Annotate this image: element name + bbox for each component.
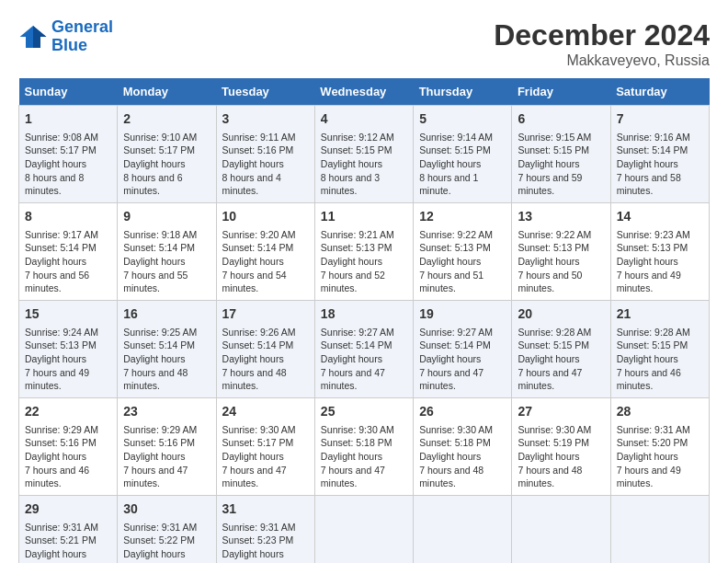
calendar-cell: 10Sunrise: 9:20 AMSunset: 5:14 PMDayligh…: [216, 203, 314, 301]
day-info: Sunrise: 9:14 AMSunset: 5:15 PMDaylight …: [419, 131, 506, 198]
day-number: 25: [321, 403, 407, 421]
day-info: Sunrise: 9:31 AMSunset: 5:21 PMDaylight …: [25, 521, 111, 563]
day-info: Sunrise: 9:22 AMSunset: 5:13 PMDaylight …: [518, 228, 604, 295]
day-info: Sunrise: 9:18 AMSunset: 5:14 PMDaylight …: [123, 228, 210, 295]
calendar-cell: 25Sunrise: 9:30 AMSunset: 5:18 PMDayligh…: [314, 398, 413, 496]
calendar-cell: 4Sunrise: 9:12 AMSunset: 5:15 PMDaylight…: [314, 106, 413, 203]
calendar-cell: 16Sunrise: 9:25 AMSunset: 5:14 PMDayligh…: [118, 301, 216, 398]
calendar-cell: 8Sunrise: 9:17 AMSunset: 5:14 PMDaylight…: [19, 203, 118, 301]
day-number: 5: [419, 110, 506, 129]
day-number: 12: [419, 208, 506, 226]
calendar-table: SundayMondayTuesdayWednesdayThursdayFrid…: [18, 78, 710, 563]
calendar-cell: 24Sunrise: 9:30 AMSunset: 5:17 PMDayligh…: [216, 398, 314, 496]
day-info: Sunrise: 9:15 AMSunset: 5:15 PMDaylight …: [518, 131, 604, 198]
day-info: Sunrise: 9:31 AMSunset: 5:22 PMDaylight …: [123, 521, 210, 563]
calendar-cell: [512, 496, 610, 563]
calendar-cell: 6Sunrise: 9:15 AMSunset: 5:15 PMDaylight…: [512, 106, 610, 203]
day-info: Sunrise: 9:08 AMSunset: 5:17 PMDaylight …: [25, 131, 111, 198]
day-number: 28: [617, 403, 703, 421]
day-info: Sunrise: 9:29 AMSunset: 5:16 PMDaylight …: [25, 423, 111, 490]
day-number: 16: [123, 305, 210, 324]
logo-text: General Blue: [51, 18, 113, 55]
calendar-cell: 14Sunrise: 9:23 AMSunset: 5:13 PMDayligh…: [610, 203, 709, 301]
day-number: 18: [321, 305, 407, 324]
day-number: 22: [25, 403, 111, 421]
day-number: 1: [25, 110, 111, 129]
calendar-cell: 22Sunrise: 9:29 AMSunset: 5:16 PMDayligh…: [19, 398, 118, 496]
day-info: Sunrise: 9:23 AMSunset: 5:13 PMDaylight …: [617, 228, 703, 295]
calendar-cell: 18Sunrise: 9:27 AMSunset: 5:14 PMDayligh…: [314, 301, 413, 398]
calendar-cell: 19Sunrise: 9:27 AMSunset: 5:14 PMDayligh…: [414, 301, 512, 398]
calendar-cell: 20Sunrise: 9:28 AMSunset: 5:15 PMDayligh…: [512, 301, 610, 398]
calendar-cell: 9Sunrise: 9:18 AMSunset: 5:14 PMDaylight…: [118, 203, 216, 301]
calendar-week-row: 22Sunrise: 9:29 AMSunset: 5:16 PMDayligh…: [19, 398, 710, 496]
page-header: General Blue December 2024 Makkaveyevo, …: [18, 18, 710, 69]
calendar-cell: [314, 496, 413, 563]
day-info: Sunrise: 9:17 AMSunset: 5:14 PMDaylight …: [25, 228, 111, 295]
day-info: Sunrise: 9:16 AMSunset: 5:14 PMDaylight …: [617, 131, 703, 198]
day-number: 14: [617, 208, 703, 226]
day-info: Sunrise: 9:11 AMSunset: 5:16 PMDaylight …: [222, 131, 309, 198]
day-info: Sunrise: 9:24 AMSunset: 5:13 PMDaylight …: [25, 326, 111, 393]
day-info: Sunrise: 9:30 AMSunset: 5:18 PMDaylight …: [321, 423, 407, 490]
day-info: Sunrise: 9:30 AMSunset: 5:17 PMDaylight …: [222, 423, 309, 490]
day-number: 24: [222, 403, 309, 421]
day-info: Sunrise: 9:29 AMSunset: 5:16 PMDaylight …: [123, 423, 210, 490]
day-info: Sunrise: 9:25 AMSunset: 5:14 PMDaylight …: [123, 326, 210, 393]
day-number: 21: [617, 305, 703, 324]
day-number: 29: [25, 500, 111, 519]
day-info: Sunrise: 9:22 AMSunset: 5:13 PMDaylight …: [419, 228, 506, 295]
day-number: 2: [123, 110, 210, 129]
day-number: 6: [518, 110, 604, 129]
day-info: Sunrise: 9:12 AMSunset: 5:15 PMDaylight …: [321, 131, 407, 198]
calendar-cell: 31Sunrise: 9:31 AMSunset: 5:23 PMDayligh…: [216, 496, 314, 563]
weekday-header: Tuesday: [216, 78, 314, 106]
calendar-cell: 27Sunrise: 9:30 AMSunset: 5:19 PMDayligh…: [512, 398, 610, 496]
day-number: 15: [25, 305, 111, 324]
day-info: Sunrise: 9:10 AMSunset: 5:17 PMDaylight …: [123, 131, 210, 198]
day-number: 4: [321, 110, 407, 129]
day-number: 19: [419, 305, 506, 324]
calendar-week-row: 29Sunrise: 9:31 AMSunset: 5:21 PMDayligh…: [19, 496, 710, 563]
day-number: 20: [518, 305, 604, 324]
calendar-cell: 1Sunrise: 9:08 AMSunset: 5:17 PMDaylight…: [19, 106, 118, 203]
title-block: December 2024 Makkaveyevo, Russia: [494, 18, 710, 69]
day-info: Sunrise: 9:26 AMSunset: 5:14 PMDaylight …: [222, 326, 309, 393]
weekday-header: Saturday: [610, 78, 709, 106]
month-title: December 2024: [494, 18, 710, 52]
day-number: 31: [222, 500, 309, 519]
day-number: 11: [321, 208, 407, 226]
day-number: 26: [419, 403, 506, 421]
day-info: Sunrise: 9:27 AMSunset: 5:14 PMDaylight …: [321, 326, 407, 393]
weekday-header: Sunday: [19, 78, 118, 106]
weekday-header: Thursday: [414, 78, 512, 106]
calendar-cell: 3Sunrise: 9:11 AMSunset: 5:16 PMDaylight…: [216, 106, 314, 203]
calendar-week-row: 1Sunrise: 9:08 AMSunset: 5:17 PMDaylight…: [19, 106, 710, 203]
day-info: Sunrise: 9:28 AMSunset: 5:15 PMDaylight …: [518, 326, 604, 393]
calendar-cell: 26Sunrise: 9:30 AMSunset: 5:18 PMDayligh…: [414, 398, 512, 496]
weekday-header: Monday: [118, 78, 216, 106]
day-number: 27: [518, 403, 604, 421]
day-number: 23: [123, 403, 210, 421]
calendar-cell: 21Sunrise: 9:28 AMSunset: 5:15 PMDayligh…: [610, 301, 709, 398]
day-number: 10: [222, 208, 309, 226]
calendar-header: SundayMondayTuesdayWednesdayThursdayFrid…: [19, 78, 710, 106]
day-number: 8: [25, 208, 111, 226]
svg-marker-1: [33, 26, 46, 48]
day-number: 30: [123, 500, 210, 519]
calendar-cell: [610, 496, 709, 563]
calendar-week-row: 15Sunrise: 9:24 AMSunset: 5:13 PMDayligh…: [19, 301, 710, 398]
calendar-cell: 17Sunrise: 9:26 AMSunset: 5:14 PMDayligh…: [216, 301, 314, 398]
day-number: 3: [222, 110, 309, 129]
day-number: 7: [617, 110, 703, 129]
day-info: Sunrise: 9:21 AMSunset: 5:13 PMDaylight …: [321, 228, 407, 295]
calendar-cell: 12Sunrise: 9:22 AMSunset: 5:13 PMDayligh…: [414, 203, 512, 301]
calendar-cell: 30Sunrise: 9:31 AMSunset: 5:22 PMDayligh…: [118, 496, 216, 563]
day-info: Sunrise: 9:31 AMSunset: 5:20 PMDaylight …: [617, 423, 703, 490]
day-info: Sunrise: 9:20 AMSunset: 5:14 PMDaylight …: [222, 228, 309, 295]
weekday-row: SundayMondayTuesdayWednesdayThursdayFrid…: [19, 78, 710, 106]
day-info: Sunrise: 9:27 AMSunset: 5:14 PMDaylight …: [419, 326, 506, 393]
location: Makkaveyevo, Russia: [494, 52, 710, 69]
calendar-cell: 7Sunrise: 9:16 AMSunset: 5:14 PMDaylight…: [610, 106, 709, 203]
calendar-cell: 23Sunrise: 9:29 AMSunset: 5:16 PMDayligh…: [118, 398, 216, 496]
